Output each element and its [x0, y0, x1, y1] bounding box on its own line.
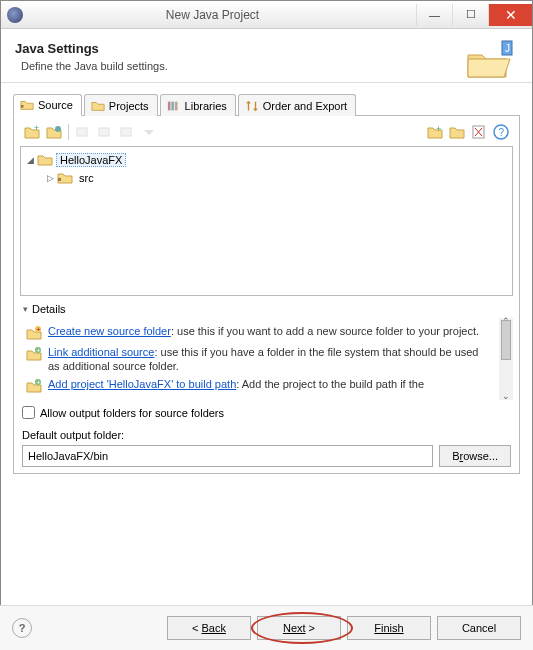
default-output-folder-label: Default output folder:: [22, 429, 511, 441]
wizard-header: Java Settings Define the Java build sett…: [1, 29, 532, 83]
svg-text:?: ?: [499, 127, 505, 138]
page-subtitle: Define the Java build settings.: [21, 60, 168, 72]
source-toolbar: + + ?: [20, 122, 513, 146]
svg-text:+: +: [36, 378, 41, 387]
help-icon[interactable]: ?: [493, 124, 509, 140]
finish-button[interactable]: Finish: [347, 616, 431, 640]
link-source-icon: +: [26, 346, 42, 362]
scrollbar-thumb[interactable]: [501, 320, 511, 360]
allow-output-folders-input[interactable]: [22, 406, 35, 419]
svg-rect-4: [171, 101, 174, 110]
svg-rect-15: [58, 178, 61, 181]
tree-src-node[interactable]: ▷ src: [23, 169, 510, 187]
collapse-all-icon[interactable]: [449, 124, 465, 140]
new-source-folder-icon: +: [26, 325, 42, 341]
order-export-icon: [245, 100, 259, 112]
menu-icon: [141, 124, 157, 140]
back-button[interactable]: < Back: [167, 616, 251, 640]
create-source-folder-link[interactable]: Create new source folder: [48, 325, 171, 337]
cancel-button[interactable]: Cancel: [437, 616, 521, 640]
checkbox-label: Allow output folders for source folders: [40, 407, 224, 419]
browse-button[interactable]: Browse...: [439, 445, 511, 467]
source-folder-icon: [20, 99, 34, 111]
tab-source[interactable]: Source: [13, 94, 82, 116]
detail-item-add-buildpath: + Add project 'HelloJavaFX' to build pat…: [26, 375, 493, 396]
minimize-button[interactable]: —: [416, 4, 452, 26]
help-button[interactable]: ?: [12, 618, 32, 638]
detail-item-link-source: + Link additional source: use this if yo…: [26, 343, 493, 375]
project-folder-icon: [37, 153, 53, 167]
tab-label: Projects: [109, 100, 149, 112]
link-source-folder-icon[interactable]: [46, 124, 62, 140]
tab-projects[interactable]: Projects: [84, 94, 158, 116]
details-toggle[interactable]: ▾ Details: [20, 300, 513, 318]
add-buildpath-icon: +: [26, 378, 42, 394]
tab-label: Source: [38, 99, 73, 111]
libraries-icon: [167, 100, 181, 112]
tree-project-node[interactable]: ◢ HelloJavaFX: [23, 151, 510, 169]
svg-text:J: J: [505, 43, 510, 54]
source-panel: + + ? ◢ HelloJavaFX ▷: [13, 116, 520, 474]
svg-rect-10: [121, 128, 131, 136]
details-section: ▾ Details ⌃ ⌄ + Create new source folder…: [20, 300, 513, 400]
toggle-icon: [119, 124, 135, 140]
tab-order-export[interactable]: Order and Export: [238, 94, 356, 116]
default-output-folder-input[interactable]: [22, 445, 433, 467]
tree-node-label: src: [76, 172, 97, 184]
svg-rect-9: [99, 128, 109, 136]
link-additional-source-link[interactable]: Link additional source: [48, 346, 154, 358]
source-folder-icon: [57, 171, 73, 185]
expand-collapse-icon[interactable]: ◢: [25, 155, 35, 165]
close-button[interactable]: ✕: [488, 4, 532, 26]
detail-text: : use this if you want to add a new sour…: [171, 325, 479, 337]
svg-text:+: +: [36, 325, 41, 334]
add-source-folder-icon[interactable]: +: [24, 124, 40, 140]
edit-icon: [75, 124, 91, 140]
remove-icon: [97, 124, 113, 140]
clear-icon[interactable]: [471, 124, 487, 140]
eclipse-icon: [7, 7, 23, 23]
detail-item-create-source-folder: + Create new source folder: use this if …: [26, 322, 493, 343]
source-folder-tree[interactable]: ◢ HelloJavaFX ▷ src: [20, 146, 513, 296]
add-project-buildpath-link[interactable]: Add project 'HelloJavaFX' to build path: [48, 378, 236, 390]
details-heading: Details: [32, 303, 66, 315]
svg-text:+: +: [34, 124, 39, 133]
svg-rect-5: [174, 101, 177, 110]
next-button[interactable]: Next >: [257, 616, 341, 640]
page-title: Java Settings: [15, 41, 168, 56]
svg-point-7: [55, 126, 61, 132]
expand-all-icon[interactable]: +: [427, 124, 443, 140]
maximize-button[interactable]: ☐: [452, 4, 488, 26]
tab-libraries[interactable]: Libraries: [160, 94, 236, 116]
wizard-footer: ? < Back Next > Finish Cancel: [0, 605, 533, 650]
svg-rect-8: [77, 128, 87, 136]
tab-label: Order and Export: [263, 100, 347, 112]
svg-rect-2: [21, 105, 24, 108]
svg-text:+: +: [36, 346, 41, 355]
expand-collapse-icon[interactable]: ▷: [45, 173, 55, 183]
detail-text: : Add the project to the build path if t…: [236, 378, 424, 390]
allow-output-folders-checkbox[interactable]: Allow output folders for source folders: [22, 406, 511, 419]
window-title: New Java Project: [29, 8, 416, 22]
tree-node-label: HelloJavaFX: [56, 153, 126, 167]
titlebar: New Java Project — ☐ ✕: [1, 1, 532, 29]
svg-rect-3: [167, 101, 170, 110]
svg-text:+: +: [436, 124, 441, 134]
projects-icon: [91, 100, 105, 112]
tab-label: Libraries: [185, 100, 227, 112]
tab-bar: Source Projects Libraries Order and Expo…: [13, 93, 520, 116]
wizard-banner-icon: J: [464, 37, 518, 81]
scroll-down-icon[interactable]: ⌄: [500, 391, 512, 402]
